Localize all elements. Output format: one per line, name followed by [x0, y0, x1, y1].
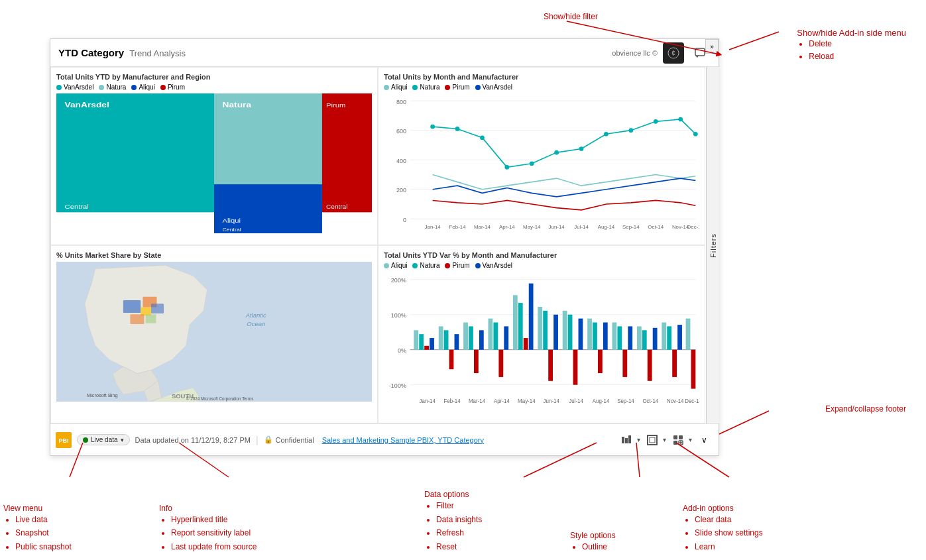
svg-rect-116 [691, 350, 696, 389]
svg-rect-10 [322, 93, 372, 212]
filters-sidebar[interactable]: Filters [706, 67, 719, 423]
legend-pirum: Pirum [160, 84, 185, 91]
live-indicator-dot [83, 437, 88, 443]
legend-dot-line-aliqui [384, 85, 389, 90]
svg-text:Pirum: Pirum [326, 102, 345, 109]
line-chart-container[interactable]: 800 600 400 200 0 [384, 93, 699, 230]
svg-text:100%: 100% [391, 312, 406, 319]
svg-rect-96 [568, 315, 573, 350]
filters-collapse-button[interactable]: » [705, 39, 719, 54]
svg-rect-78 [455, 334, 459, 350]
svg-rect-77 [449, 350, 454, 369]
svg-rect-95 [563, 311, 567, 350]
svg-rect-101 [598, 350, 603, 373]
data-options-chevron[interactable]: ▾ [637, 436, 640, 443]
svg-rect-90 [529, 284, 534, 350]
svg-point-38 [693, 132, 698, 137]
legend-natura: Natura [99, 84, 126, 91]
addin-options-group: ▾ [669, 431, 692, 449]
report-title-area: YTD Category Trend Analysis [58, 47, 186, 58]
data-updated-text: Data updated on 11/12/19, 8:27 PM [135, 436, 251, 444]
treemap-title: Total Units YTD by Manufacturer and Regi… [56, 73, 372, 81]
annotation-reload: Reload [809, 50, 906, 63]
svg-rect-2 [695, 48, 705, 56]
svg-text:May-14: May-14 [518, 398, 536, 404]
addin-options-learn: Learn [695, 540, 763, 553]
svg-text:200: 200 [396, 187, 406, 194]
treemap-panel: Total Units YTD by Manufacturer and Regi… [50, 67, 378, 245]
addin-options-title: Add-in options [683, 504, 763, 513]
lock-icon: 🔒 [264, 435, 273, 444]
addin-options-icon-button[interactable] [669, 431, 687, 449]
svg-text:-100%: -100% [389, 382, 406, 389]
style-options-chevron[interactable]: ▾ [663, 436, 666, 443]
treemap-container[interactable]: VanArsdel Central Natura Central Pirum C… [56, 93, 372, 233]
svg-rect-100 [593, 323, 597, 350]
svg-text:Central: Central [65, 203, 89, 210]
map-panel: % Units Market Share by State [50, 245, 378, 423]
svg-point-33 [579, 146, 584, 151]
live-data-badge[interactable]: Live data ▾ [77, 434, 130, 445]
svg-text:© 2024 Microsoft Corporation T: © 2024 Microsoft Corporation Terms [186, 396, 254, 402]
legend-dot-line-pirum [445, 85, 450, 90]
expand-collapse-button[interactable]: ∨ [695, 431, 713, 449]
annotation-info: Info Hyperlinked title Report sensitivit… [159, 504, 257, 553]
svg-rect-74 [430, 338, 434, 350]
legend-dot-bar-vanarsdel [475, 263, 481, 268]
svg-point-29 [480, 135, 485, 140]
addin-options-chevron[interactable]: ▾ [689, 436, 692, 443]
svg-text:Jan-14: Jan-14 [420, 398, 436, 404]
data-options-icon-button[interactable] [617, 431, 636, 449]
info-last-update: Last update from source [171, 540, 257, 553]
data-options-group: ▾ [617, 431, 640, 449]
obvience-label: obvience llc © [612, 49, 658, 57]
svg-text:Microsoft Bing: Microsoft Bing [87, 392, 118, 398]
charts-area: Total Units YTD by Manufacturer and Regi… [50, 67, 705, 423]
annotation-view-menu: View menu Live data Snapshot Public snap… [3, 504, 72, 553]
svg-rect-92 [543, 311, 548, 350]
info-title: Info [159, 504, 257, 513]
svg-rect-106 [628, 326, 632, 349]
svg-rect-99 [587, 319, 592, 350]
map-container[interactable]: Atlantic Ocean SOUTH Microsoft Bing © 20… [56, 262, 372, 402]
filters-label: Filters [709, 233, 717, 258]
annotation-side-menu-title: Show/hide Add-in side menu [797, 28, 906, 38]
legend-dot-aliqui [131, 85, 137, 90]
footer-title-link[interactable]: Sales and Marketing Sample PBIX, YTD Cat… [322, 436, 484, 444]
svg-text:PBI: PBI [58, 437, 68, 444]
svg-rect-88 [518, 303, 523, 350]
style-options-icon-button[interactable] [643, 431, 662, 449]
svg-rect-83 [489, 319, 493, 350]
annotation-data-options: Data options Filter Data insights Refres… [424, 490, 482, 553]
svg-text:Jun-14: Jun-14 [549, 224, 565, 230]
annotation-style-options: Style options Outline [570, 531, 616, 553]
svg-rect-84 [493, 323, 498, 350]
svg-point-36 [654, 119, 658, 124]
svg-rect-94 [553, 315, 558, 350]
svg-rect-57 [146, 314, 156, 323]
svg-rect-81 [474, 350, 479, 373]
svg-rect-137 [679, 435, 683, 439]
bar-chart-container[interactable]: 200% 100% 0% -100% [384, 272, 699, 408]
svg-text:Atlantic: Atlantic [245, 311, 266, 319]
footer-logo: PBI [56, 432, 72, 448]
annotation-expand-footer-text: Expand/collapse footer [825, 404, 906, 414]
svg-text:Natura: Natura [223, 100, 253, 109]
report-header: YTD Category Trend Analysis obvience llc… [50, 39, 719, 67]
legend-bar-vanarsdel: VanArsdel [475, 262, 512, 269]
svg-rect-75 [439, 326, 443, 349]
svg-text:Apr-14: Apr-14 [494, 398, 510, 404]
svg-rect-80 [469, 326, 473, 349]
svg-rect-131 [622, 437, 624, 443]
svg-text:400: 400 [396, 158, 406, 164]
bar-chart-legend: Aliqui Natura Pirum VanArsdel [384, 262, 699, 269]
svg-line-143 [729, 32, 779, 50]
svg-rect-72 [419, 334, 424, 350]
svg-point-31 [530, 161, 534, 166]
legend-dot-line-vanarsdel [475, 85, 481, 90]
annotation-show-hide-filter-text: Show/hide filter [544, 12, 598, 21]
legend-dot-line-natura [412, 85, 418, 90]
svg-text:Feb-14: Feb-14 [444, 398, 461, 404]
svg-rect-98 [579, 319, 583, 350]
currency-icon-button[interactable]: ¢ [663, 42, 684, 64]
